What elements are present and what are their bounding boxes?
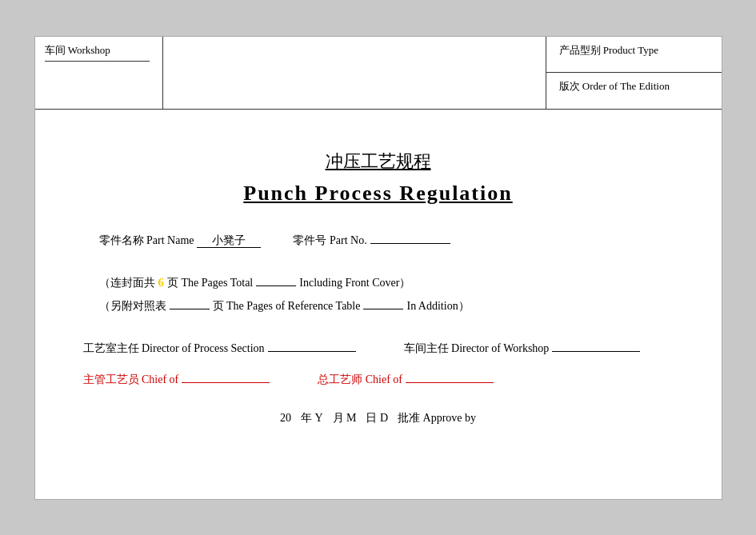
pages-row2-blank1 — [170, 295, 210, 309]
pages-row2-prefix: （另附对照表 — [99, 299, 166, 313]
part-no-value — [370, 230, 450, 244]
pages-section: （连封面共 6 页 The Pages Total Including Fron… — [67, 272, 690, 313]
pages-row1-suffix2: Including Front Cover） — [299, 276, 410, 290]
year-prefix: 20 — [280, 412, 291, 425]
product-type-label: 产品型别 Product Type — [546, 37, 722, 73]
edition-label: 版次 Order of The Edition — [546, 73, 722, 109]
pages-row1-number: 6 — [158, 276, 165, 289]
process-section-value — [268, 337, 356, 352]
year-label: 年 Y — [301, 411, 323, 425]
product-info-box: 产品型别 Product Type 版次 Order of The Editio… — [546, 37, 722, 109]
pages-row1-suffix1: 页 The Pages Total — [167, 276, 253, 290]
header-spacer — [163, 37, 546, 109]
date-row: 20 年 Y 月 M 日 D 批准 Approve by — [67, 411, 690, 425]
pages-row2-blank2 — [363, 295, 403, 309]
pages-row-1: （连封面共 6 页 The Pages Total Including Fron… — [99, 272, 690, 290]
chief-of-label: 主管工艺员 Chief of — [83, 373, 179, 387]
directors-row-2: 主管工艺员 Chief of 总工艺师 Chief of — [83, 369, 690, 387]
pages-row2-suffix2: In Addition） — [406, 299, 469, 313]
workshop-director-value — [552, 337, 640, 352]
english-title: Punch Process Regulation — [67, 182, 690, 206]
workshop-box: 车间 Workshop — [35, 37, 163, 109]
chief-of-value — [182, 369, 270, 383]
process-section-label: 工艺室主任 Director of Process Section — [83, 341, 265, 356]
pages-row1-prefix: （连封面共 — [99, 276, 155, 290]
pages-row1-blank — [256, 272, 296, 286]
part-info-row: 零件名称 Part Name 小凳子 零件号 Part No. — [67, 230, 690, 248]
day-label: 日 D — [366, 411, 388, 425]
workshop-label: 车间 Workshop — [45, 43, 150, 62]
directors-row-1: 工艺室主任 Director of Process Section 车间主任 D… — [83, 337, 690, 356]
workshop-director-item: 车间主任 Director of Workshop — [404, 337, 641, 356]
pages-row-2: （另附对照表 页 The Pages of Reference Table In… — [99, 295, 690, 313]
document: 车间 Workshop 产品型别 Product Type 版次 Order o… — [34, 36, 722, 500]
part-name-value: 小凳子 — [197, 234, 261, 248]
pages-row2-suffix1: 页 The Pages of Reference Table — [213, 299, 361, 313]
month-label: 月 M — [333, 411, 357, 425]
chief-engineer-label: 总工艺师 Chief of — [318, 373, 402, 387]
chief-engineer-value — [406, 369, 494, 383]
chief-of-item: 主管工艺员 Chief of — [83, 369, 270, 387]
approve-label: 批准 Approve by — [398, 411, 476, 425]
chief-engineer-item: 总工艺师 Chief of — [318, 369, 494, 387]
part-no-section: 零件号 Part No. — [293, 230, 450, 248]
process-director-item: 工艺室主任 Director of Process Section — [83, 337, 356, 356]
main-content: 冲压工艺规程 Punch Process Regulation 零件名称 Par… — [35, 110, 722, 449]
part-name-section: 零件名称 Part Name 小凳子 — [99, 234, 262, 248]
chinese-title: 冲压工艺规程 — [67, 150, 690, 174]
part-no-label: 零件号 Part No. — [293, 234, 366, 248]
workshop-director-label: 车间主任 Director of Workshop — [404, 341, 550, 356]
part-name-label: 零件名称 Part Name — [99, 234, 194, 248]
header-row: 车间 Workshop 产品型别 Product Type 版次 Order o… — [35, 37, 722, 110]
directors-section: 工艺室主任 Director of Process Section 车间主任 D… — [67, 337, 690, 387]
